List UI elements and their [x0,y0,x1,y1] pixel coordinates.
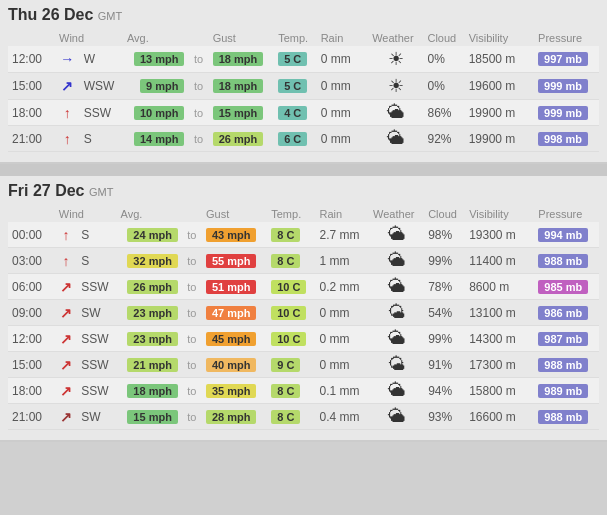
time-cell: 09:00 [8,300,55,326]
col-rain: Rain [317,30,369,46]
visibility-cell: 19900 m [465,100,534,126]
col-pressure: Pressure [534,30,599,46]
gust-cell: 47 mph [202,300,267,326]
pressure-badge: 997 mb [538,52,588,66]
time-cell: 12:00 [8,46,55,73]
weather-cell: 🌥 [369,274,424,300]
rain-cell: 0.2 mm [315,274,369,300]
weather-icon: 🌥 [388,224,406,244]
rain-cell: 0 mm [317,100,369,126]
pressure-cell: 987 mb [534,326,599,352]
gust-cell: 40 mph [202,352,267,378]
avg-badge: 9 mph [140,79,184,93]
avg-badge: 10 mph [134,106,185,120]
gust-cell: 51 mph [202,274,267,300]
gust-badge: 18 mph [213,79,264,93]
col-visibility: Visibility [465,206,534,222]
weather-icon: 🌤 [388,354,406,374]
rain-cell: 0 mm [317,73,369,100]
gust-cell: 15 mph [209,100,275,126]
gust-cell: 43 mph [202,222,267,248]
avg-badge: 23 mph [127,306,178,320]
visibility-cell: 19600 m [465,73,534,100]
col-avg: Avg. [123,30,209,46]
wind-arrow-cell: ↗ [55,274,77,300]
rain-cell: 2.7 mm [315,222,369,248]
wind-arrow-icon: ↗ [60,331,72,347]
avg-cell: 13 mph [123,46,189,73]
col-pressure: Pressure [534,206,599,222]
temp-cell: 9 C [267,352,315,378]
to-cell: to [182,300,202,326]
wind-arrow-icon: ↗ [61,78,73,94]
time-cell: 00:00 [8,222,55,248]
avg-badge: 21 mph [127,358,178,372]
wind-arrow-cell: → [55,46,80,73]
table-row: 12:00 → W 13 mph to 18 mph 5 C 0 mm ☀ 0%… [8,46,599,73]
temp-badge: 6 C [278,132,307,146]
weather-cell: ☀ [368,73,423,100]
table-row: 15:00 ↗ WSW 9 mph to 18 mph 5 C 0 mm ☀ 0… [8,73,599,100]
table-header-row: Wind Avg. Gust Temp. Rain Weather Cloud … [8,30,599,46]
rain-cell: 0 mm [315,300,369,326]
avg-badge: 15 mph [127,410,178,424]
col-temp: Temp. [274,30,317,46]
time-cell: 18:00 [8,378,55,404]
wind-arrow-cell: ↗ [55,326,77,352]
table-row: 00:00 ↑ S 24 mph to 43 mph 8 C 2.7 mm 🌥 … [8,222,599,248]
col-gust: Gust [202,206,267,222]
to-cell: to [182,404,202,430]
temp-badge: 4 C [278,106,307,120]
visibility-cell: 17300 m [465,352,534,378]
col-wind: Wind [55,30,123,46]
col-weather: Weather [369,206,424,222]
wind-dir-cell: SSW [77,378,116,404]
weather-cell: 🌥 [369,222,424,248]
cloud-cell: 91% [424,352,465,378]
time-cell: 03:00 [8,248,55,274]
gust-badge: 28 mph [206,410,257,424]
table-row: 06:00 ↗ SSW 26 mph to 51 mph 10 C 0.2 mm… [8,274,599,300]
avg-badge: 24 mph [127,228,178,242]
weather-icon: 🌥 [387,128,405,148]
cloud-cell: 93% [424,404,465,430]
cloud-cell: 98% [424,222,465,248]
pressure-badge: 989 mb [538,384,588,398]
weather-cell: 🌤 [369,352,424,378]
temp-cell: 8 C [267,404,315,430]
cloud-cell: 86% [423,100,464,126]
temp-cell: 5 C [274,46,317,73]
col-cloud: Cloud [423,30,464,46]
temp-badge: 8 C [271,254,300,268]
time-cell: 06:00 [8,274,55,300]
weather-cell: 🌥 [369,248,424,274]
cloud-cell: 54% [424,300,465,326]
weather-icon: 🌥 [388,406,406,426]
wind-arrow-icon: ↑ [64,105,71,121]
temp-badge: 10 C [271,280,306,294]
to-cell: to [188,46,208,73]
weather-icon: 🌤 [388,302,406,322]
table-row: 03:00 ↑ S 32 mph to 55 mph 8 C 1 mm 🌥 99… [8,248,599,274]
wind-arrow-cell: ↗ [55,300,77,326]
pressure-cell: 986 mb [534,300,599,326]
table-row: 15:00 ↗ SSW 21 mph to 40 mph 9 C 0 mm 🌤 … [8,352,599,378]
temp-badge: 5 C [278,79,307,93]
visibility-cell: 11400 m [465,248,534,274]
pressure-badge: 986 mb [538,306,588,320]
wind-arrow-icon: ↗ [60,383,72,399]
col-rain: Rain [315,206,369,222]
pressure-badge: 994 mb [538,228,588,242]
gust-badge: 15 mph [213,106,264,120]
avg-cell: 10 mph [123,100,189,126]
cloud-cell: 99% [424,248,465,274]
pressure-cell: 997 mb [534,46,599,73]
to-cell: to [182,378,202,404]
visibility-cell: 16600 m [465,404,534,430]
table-row: 12:00 ↗ SSW 23 mph to 45 mph 10 C 0 mm 🌥… [8,326,599,352]
pressure-badge: 988 mb [538,358,588,372]
temp-badge: 5 C [278,52,307,66]
gust-cell: 28 mph [202,404,267,430]
pressure-cell: 988 mb [534,404,599,430]
temp-cell: 6 C [274,126,317,152]
